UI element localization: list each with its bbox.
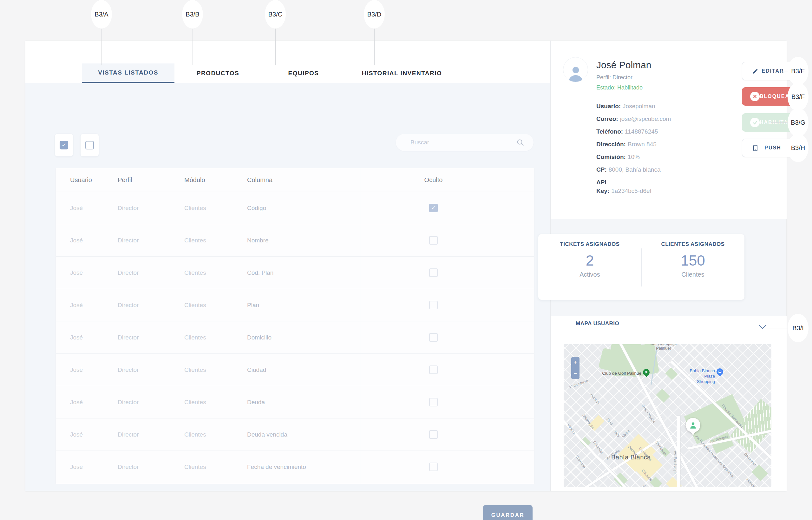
cell-oculto (346, 398, 520, 407)
oculto-checkbox-checked[interactable]: ✓ (429, 204, 438, 212)
oculto-checkbox-unchecked[interactable] (429, 333, 438, 342)
table-row: JoséDirectorClientesCód. Plan (56, 257, 534, 289)
filter-checkbox-checked[interactable]: ✓ (60, 141, 68, 150)
table-row: JoséDirectorClientesCódigo✓ (56, 192, 534, 224)
cell-usuario: José (56, 464, 118, 470)
street-label: Salta (613, 429, 621, 438)
tab-vistas-listados[interactable]: VISTAS LISTADOS (82, 63, 174, 83)
annotation-bubble-B3/D: B3/D (364, 0, 385, 29)
cell-perfil: Director (118, 399, 184, 406)
detail-value: 8000, Bahía blanca (609, 166, 661, 173)
views-table: Usuario Perfil Módulo Columna Oculto Jos… (55, 168, 535, 484)
cell-oculto (346, 333, 520, 342)
cell-perfil: Director (118, 269, 184, 276)
person-icon (567, 64, 585, 82)
filter-checkbox-unchecked[interactable] (85, 141, 94, 150)
cell-oculto (346, 463, 520, 471)
tab-productos[interactable]: PRODUCTOS (186, 63, 250, 83)
cell-usuario: José (56, 399, 118, 406)
annotation-line (192, 27, 193, 66)
header-perfil: Perfil (118, 176, 184, 184)
annotation-bubble-B3/A: B3/A (91, 0, 112, 29)
oculto-checkbox-unchecked[interactable] (429, 301, 438, 309)
detail-label: Key: (596, 187, 609, 194)
profile-name: José Polman (596, 60, 651, 71)
tab-historial-inventario[interactable]: HISTORIAL INVENTARIO (354, 63, 450, 83)
cell-usuario: José (56, 334, 118, 341)
search-input[interactable] (410, 134, 514, 151)
search-box[interactable] (396, 134, 534, 151)
oculto-checkbox-unchecked[interactable] (429, 398, 438, 407)
stat-caption: Clientes (641, 271, 745, 278)
cell-oculto (346, 268, 520, 277)
user-map[interactable]: Sur (ComplejoPalihue) Club de Golf Palih… (564, 344, 772, 487)
zoom-out-button[interactable]: − (571, 368, 579, 380)
street-label: Bernuider (744, 452, 757, 466)
detail-label: Comisión: (596, 154, 626, 160)
detail-label: CP: (596, 166, 607, 173)
map-partial-label: Sur (ComplejoPalihue) (641, 344, 686, 350)
street-label: Av. Parchappe (673, 451, 677, 474)
chevron-down-icon[interactable] (758, 323, 767, 330)
detail-value: 10% (628, 154, 640, 160)
annotation-line (771, 123, 788, 123)
cell-usuario: José (56, 237, 118, 244)
detail-row: API (596, 179, 710, 187)
filter-checkbox-card-2[interactable] (81, 134, 99, 156)
annotation-bubble-B3/G: B3/G (788, 108, 809, 137)
filter-checkbox-card-1[interactable]: ✓ (55, 134, 73, 156)
profile-details: Usuario:JosepolmanCorreo:jose@ispcube.co… (596, 103, 710, 196)
detail-row: Comisión:10% (596, 154, 710, 166)
cell-columna: Deuda vencida (247, 431, 346, 438)
cell-oculto: ✓ (346, 204, 520, 212)
search-icon[interactable] (516, 139, 524, 146)
detail-row: CP:8000, Bahía blanca (596, 166, 710, 179)
cell-columna: Fecha de vencimiento (247, 464, 346, 470)
oculto-checkbox-unchecked[interactable] (429, 268, 438, 277)
stat-title: TICKETS ASIGNADOS (538, 241, 641, 248)
cell-columna: Nombre (247, 237, 346, 244)
stat-clients: CLIENTES ASIGNADOS 150 Clientes (641, 234, 745, 300)
cell-modulo: Clientes (184, 269, 247, 276)
golf-pin-icon[interactable]: ⚑ (643, 369, 650, 377)
zoom-in-button[interactable]: + (571, 357, 579, 368)
annotation-line (102, 27, 102, 66)
stat-value: 150 (641, 252, 745, 269)
cell-columna: Cód. Plan (247, 269, 346, 276)
header-modulo: Módulo (184, 176, 247, 184)
street-label: Perú (606, 418, 614, 426)
detail-row: Dirección:Brown 845 (596, 141, 710, 154)
detail-label: Usuario: (596, 103, 621, 109)
oculto-checkbox-unchecked[interactable] (429, 236, 438, 244)
profile-divider (596, 98, 695, 98)
annotation-bubble-B3/H: B3/H (788, 134, 809, 162)
cell-modulo: Clientes (184, 302, 247, 309)
shopping-pin-icon[interactable]: ⬓ (716, 368, 723, 376)
avatar (563, 57, 588, 82)
cell-usuario: José (56, 431, 118, 438)
stat-title: CLIENTES ASIGNADOS (641, 241, 745, 248)
stat-value: 2 (538, 252, 641, 269)
cell-oculto (346, 430, 520, 439)
cell-modulo: Clientes (184, 205, 247, 212)
oculto-checkbox-unchecked[interactable] (429, 430, 438, 439)
cell-modulo: Clientes (184, 399, 247, 406)
detail-label: Teléfono: (596, 128, 623, 135)
oculto-checkbox-unchecked[interactable] (429, 365, 438, 374)
left-content: ✓ Usuario Perfil Módulo Columna Oc (25, 83, 550, 491)
pencil-icon (751, 68, 760, 74)
cell-modulo: Clientes (184, 431, 247, 438)
annotation-line (275, 27, 276, 66)
table-row: JoséDirectorClientesNombre (56, 224, 534, 257)
tab-equipos[interactable]: EQUIPOS (277, 63, 330, 83)
street-label: Vieytes (567, 423, 576, 435)
detail-label: Correo: (596, 115, 618, 122)
profile-section: José Polman Perfil: Director Estado: Hab… (551, 41, 787, 219)
cell-perfil: Director (118, 237, 184, 244)
user-location-marker[interactable] (686, 418, 700, 435)
profile-status: Estado: Habilitado (596, 84, 643, 91)
oculto-checkbox-unchecked[interactable] (429, 463, 438, 471)
save-button[interactable]: GUARDAR (483, 505, 533, 520)
cell-perfil: Director (118, 205, 184, 212)
street-label: Charlone (575, 454, 587, 469)
